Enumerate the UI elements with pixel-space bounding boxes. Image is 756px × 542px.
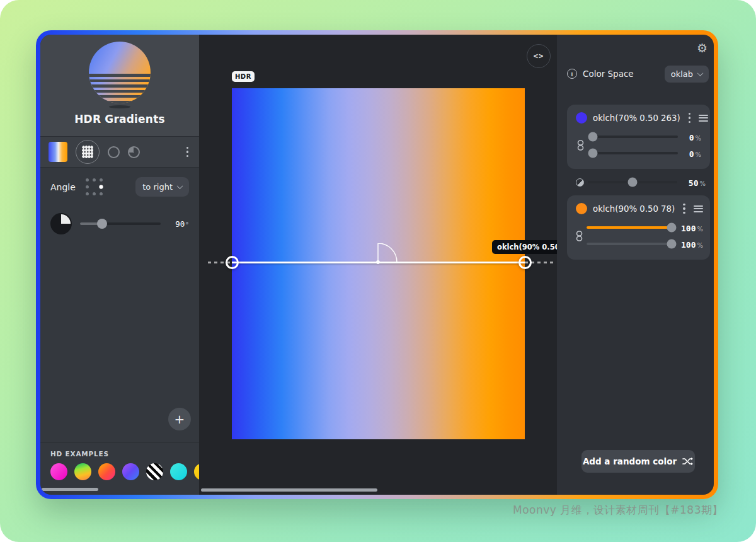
sidebar-horizontal-scrollbar[interactable] [42,488,98,491]
slider-track[interactable] [587,226,676,229]
code-icon: <> [534,52,544,61]
add-random-color-button[interactable]: Add a random color [581,450,695,473]
watermark-text: Moonvy 月维，设计素材周刊【#183期】 [513,503,723,517]
conic-gradient-icon [128,146,140,158]
hdr-badge: HDR [232,71,255,82]
settings-gear-icon[interactable]: ⚙ [697,42,707,54]
slider-thumb[interactable] [588,132,598,142]
color-space-row: i Color Space oklab [567,65,709,83]
info-icon[interactable]: i [567,69,577,79]
gradient-stop-handle-end[interactable] [518,256,532,269]
slider-track[interactable] [588,152,678,154]
hd-examples-label: HD EXAMPLES [50,450,199,458]
stop-color-label: oklch(90% 0.50 78) [593,204,675,214]
hd-examples-section: HD EXAMPLES [40,442,199,495]
gradient-toolbar [40,136,199,168]
shuffle-icon [682,457,694,466]
link-sliders-icon[interactable] [576,129,585,161]
color-space-label: Color Space [583,69,634,79]
angle-slider-thumb[interactable] [97,219,107,229]
midpoint-slider-thumb[interactable] [628,178,638,187]
color-stop-card-2: oklch(90% 0.50 78) [567,195,710,260]
gradient-type-linear-button[interactable] [76,140,100,164]
app-title: HDR Gradients [40,113,199,125]
slider-value: 0% [683,131,701,143]
page-background: HDR Gradients [0,0,756,542]
stop-drag-handle[interactable] [694,204,703,214]
example-swatch-cyan[interactable] [170,463,187,480]
hd-examples-row [50,463,199,480]
midpoint-row: 50% [576,174,706,190]
direction-dropdown[interactable]: to right [135,177,189,197]
color-space-value: oklab [671,69,693,79]
right-panel: ⚙ i Color Space oklab oklch(70% 0.50 263… [557,35,714,495]
app-logo [89,42,151,103]
slider-thumb[interactable] [667,223,677,233]
canvas-horizontal-scrollbar[interactable] [201,488,377,492]
direction-grid[interactable] [86,178,103,195]
stop-color-swatch[interactable] [576,203,587,214]
stop-slider-row: 0% [588,129,701,145]
angle-slider[interactable] [80,222,161,225]
chevron-down-icon [177,183,183,189]
link-sliders-icon[interactable] [576,219,583,252]
color-stop-card-1: oklch(70% 0.50 263) [567,105,710,169]
stop-menu-button[interactable] [680,201,688,217]
stop-slider-row: 0% [588,145,701,161]
slider-track[interactable] [588,136,678,138]
slider-value: 0% [683,147,701,159]
slider-thumb[interactable] [667,239,677,249]
app-window: HDR Gradients [36,30,718,499]
direction-value: to right [142,182,173,192]
logo-section: HDR Gradients [40,35,199,136]
slider-fill [587,226,676,229]
window-content: HDR Gradients [40,35,714,495]
stop-slider-row: 100% [587,219,703,236]
example-swatch-bw-stripes[interactable] [146,463,163,480]
angle-label: Angle [50,182,76,192]
slider-track[interactable] [587,243,676,245]
stop-menu-button[interactable] [686,110,694,126]
color-space-dropdown[interactable]: oklab [665,66,709,83]
angle-value: 90° [169,219,189,229]
slider-thumb[interactable] [588,149,598,158]
angle-knob[interactable] [50,213,72,234]
toolbar-menu-button[interactable] [184,144,192,160]
example-swatch-gold[interactable] [194,463,199,480]
stop-color-label: oklch(70% 0.50 263) [593,113,680,123]
example-swatch-rainbow[interactable] [74,463,91,480]
example-swatch-violet-blue[interactable] [122,463,139,480]
midpoint-icon[interactable] [576,178,584,187]
slider-fill [587,243,676,245]
chevron-down-icon [697,70,704,76]
sidebar: HDR Gradients [40,35,199,495]
angle-arc-indicator [377,243,398,263]
export-code-button[interactable]: <> [527,44,551,68]
angle-section: Angle to right [40,168,199,442]
linear-gradient-icon [82,146,93,158]
stop-slider-row: 100% [587,236,703,252]
example-swatch-sunset[interactable] [98,463,115,480]
gradient-stop-handle-start[interactable] [226,256,239,269]
slider-value: 100% [681,238,703,250]
add-stop-button[interactable]: + [168,408,191,430]
stop-color-swatch[interactable] [576,112,587,124]
current-gradient-swatch[interactable] [49,142,67,162]
stop-drag-handle[interactable] [699,113,708,124]
preview-canvas: <> HDR oklch(90% 0.50 78) [199,35,557,495]
axis-center-dot [376,260,380,264]
direction-dot-right[interactable] [99,185,103,188]
add-random-color-label: Add a random color [583,456,677,466]
radial-gradient-icon [108,146,120,158]
gradient-type-radial-button[interactable] [108,146,120,158]
midpoint-slider-track[interactable] [588,181,677,183]
slider-value: 100% [681,222,703,234]
logo-shadow [109,105,130,108]
example-swatch-magenta[interactable] [50,463,67,480]
midpoint-value: 50% [681,176,706,188]
gradient-type-conic-button[interactable] [128,146,140,158]
